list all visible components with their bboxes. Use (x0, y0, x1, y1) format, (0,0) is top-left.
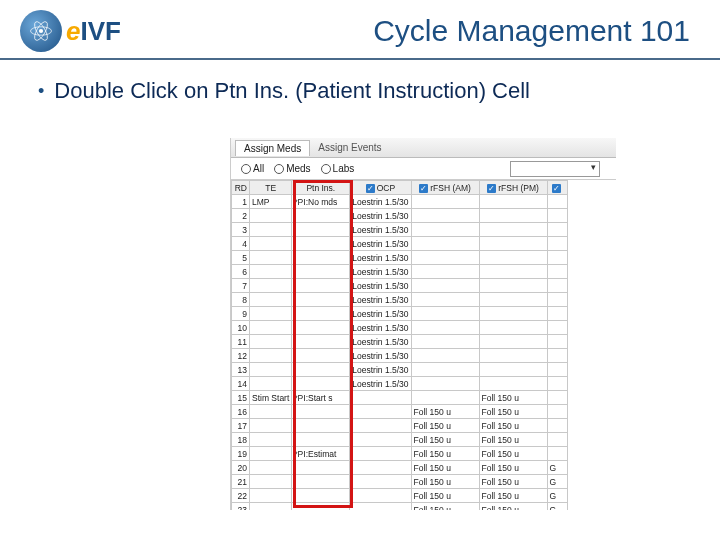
cell-te[interactable] (250, 489, 292, 503)
cell-rfsh-am[interactable] (411, 265, 479, 279)
cell-ocp[interactable] (350, 419, 411, 433)
cell-ptn-ins[interactable] (292, 405, 350, 419)
cell-te[interactable] (250, 433, 292, 447)
cell-ptn-ins[interactable] (292, 475, 350, 489)
cell-rfsh-am[interactable]: Foll 150 u (411, 405, 479, 419)
cell-te[interactable] (250, 475, 292, 489)
col-rd[interactable]: RD (232, 181, 250, 195)
cell-rfsh-pm[interactable] (479, 195, 547, 209)
cell-extra[interactable] (547, 251, 567, 265)
col-rfsh-pm[interactable]: ✓rFSH (PM) (479, 181, 547, 195)
cell-ptn-ins[interactable] (292, 237, 350, 251)
cell-rfsh-pm[interactable]: Foll 150 u (479, 475, 547, 489)
cell-rfsh-pm[interactable] (479, 223, 547, 237)
cell-rfsh-pm[interactable] (479, 209, 547, 223)
cell-te[interactable] (250, 363, 292, 377)
cell-rfsh-pm[interactable] (479, 349, 547, 363)
cell-ptn-ins[interactable] (292, 307, 350, 321)
cell-te[interactable] (250, 209, 292, 223)
cell-ptn-ins[interactable] (292, 265, 350, 279)
cell-te[interactable] (250, 461, 292, 475)
cell-rfsh-am[interactable] (411, 251, 479, 265)
cell-rfsh-pm[interactable]: Foll 150 u (479, 489, 547, 503)
cell-rfsh-pm[interactable] (479, 321, 547, 335)
cell-te[interactable]: Stim Start (250, 391, 292, 405)
cell-ocp[interactable]: Loestrin 1.5/30 (350, 209, 411, 223)
cell-extra[interactable] (547, 419, 567, 433)
cell-ocp[interactable]: Loestrin 1.5/30 (350, 321, 411, 335)
cell-ocp[interactable]: Loestrin 1.5/30 (350, 363, 411, 377)
cell-te[interactable] (250, 447, 292, 461)
cell-te[interactable] (250, 377, 292, 391)
cell-rfsh-pm[interactable]: Foll 150 u (479, 461, 547, 475)
cell-extra[interactable] (547, 195, 567, 209)
cell-te[interactable] (250, 293, 292, 307)
cell-extra[interactable] (547, 279, 567, 293)
cell-ocp[interactable]: Loestrin 1.5/30 (350, 293, 411, 307)
cell-ptn-ins[interactable]: *PI:Estimat (292, 447, 350, 461)
cell-rfsh-pm[interactable]: Foll 150 u (479, 405, 547, 419)
cell-ocp[interactable] (350, 433, 411, 447)
cell-ptn-ins[interactable] (292, 251, 350, 265)
cell-ptn-ins[interactable] (292, 335, 350, 349)
tab-assign-events[interactable]: Assign Events (310, 140, 389, 155)
cell-extra[interactable]: G (547, 461, 567, 475)
cell-ocp[interactable]: Loestrin 1.5/30 (350, 265, 411, 279)
cell-ocp[interactable] (350, 461, 411, 475)
cell-te[interactable] (250, 223, 292, 237)
cell-te[interactable] (250, 503, 292, 511)
cell-extra[interactable] (547, 307, 567, 321)
cell-ocp[interactable]: Loestrin 1.5/30 (350, 223, 411, 237)
cell-extra[interactable] (547, 335, 567, 349)
cell-rfsh-pm[interactable]: Foll 150 u (479, 447, 547, 461)
cell-te[interactable] (250, 335, 292, 349)
cell-ptn-ins[interactable] (292, 489, 350, 503)
cell-ptn-ins[interactable] (292, 363, 350, 377)
cell-rfsh-pm[interactable]: Foll 150 u (479, 391, 547, 405)
cell-extra[interactable]: G (547, 503, 567, 511)
cell-te[interactable] (250, 237, 292, 251)
cell-rfsh-am[interactable] (411, 391, 479, 405)
filter-meds[interactable]: Meds (274, 163, 310, 174)
cell-ptn-ins[interactable] (292, 419, 350, 433)
col-ocp[interactable]: ✓OCP (350, 181, 411, 195)
cell-ptn-ins[interactable]: *PI:No mds (292, 195, 350, 209)
cell-ocp[interactable] (350, 503, 411, 511)
cell-rfsh-pm[interactable] (479, 307, 547, 321)
cell-ocp[interactable] (350, 405, 411, 419)
cell-ptn-ins[interactable] (292, 293, 350, 307)
cell-te[interactable] (250, 349, 292, 363)
cell-extra[interactable] (547, 391, 567, 405)
cell-rfsh-am[interactable] (411, 363, 479, 377)
cell-rfsh-am[interactable]: Foll 150 u (411, 475, 479, 489)
cell-extra[interactable]: G (547, 475, 567, 489)
cell-ocp[interactable] (350, 447, 411, 461)
cell-rfsh-pm[interactable] (479, 293, 547, 307)
cell-rfsh-pm[interactable] (479, 377, 547, 391)
cell-rfsh-am[interactable] (411, 293, 479, 307)
cell-rfsh-am[interactable] (411, 209, 479, 223)
cell-te[interactable] (250, 307, 292, 321)
cell-extra[interactable] (547, 433, 567, 447)
filter-dropdown[interactable] (510, 161, 600, 177)
cell-extra[interactable] (547, 321, 567, 335)
cell-ptn-ins[interactable] (292, 377, 350, 391)
cell-ptn-ins[interactable] (292, 503, 350, 511)
cell-rfsh-am[interactable] (411, 377, 479, 391)
cell-rfsh-am[interactable] (411, 335, 479, 349)
cell-ptn-ins[interactable] (292, 209, 350, 223)
cell-extra[interactable] (547, 237, 567, 251)
cell-rfsh-am[interactable]: Foll 150 u (411, 419, 479, 433)
cell-extra[interactable] (547, 377, 567, 391)
cell-rfsh-am[interactable] (411, 195, 479, 209)
cell-rfsh-am[interactable]: Foll 150 u (411, 461, 479, 475)
filter-labs[interactable]: Labs (321, 163, 355, 174)
cell-ocp[interactable]: Loestrin 1.5/30 (350, 349, 411, 363)
cell-ptn-ins[interactable]: *PI:Start s (292, 391, 350, 405)
cell-ocp[interactable]: Loestrin 1.5/30 (350, 195, 411, 209)
cell-ptn-ins[interactable] (292, 349, 350, 363)
cell-rfsh-pm[interactable] (479, 251, 547, 265)
cell-rfsh-pm[interactable]: Foll 150 u (479, 503, 547, 511)
cell-te[interactable] (250, 265, 292, 279)
cell-extra[interactable]: G (547, 489, 567, 503)
